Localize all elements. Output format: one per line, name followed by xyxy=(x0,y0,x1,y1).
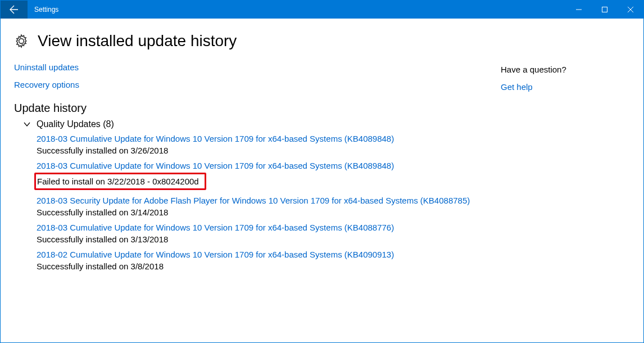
titlebar: Settings xyxy=(1,1,643,19)
update-title-link[interactable]: 2018-02 Cumulative Update for Windows 10… xyxy=(37,250,489,259)
close-button[interactable] xyxy=(618,1,643,19)
recovery-options-link[interactable]: Recovery options xyxy=(14,80,489,89)
window-controls xyxy=(566,1,643,19)
update-title-link[interactable]: 2018-03 Cumulative Update for Windows 10… xyxy=(37,134,489,143)
updates-list: 2018-03 Cumulative Update for Windows 10… xyxy=(37,134,489,271)
update-history-heading: Update history xyxy=(14,102,489,115)
quality-updates-toggle[interactable]: Quality Updates (8) xyxy=(23,119,489,129)
get-help-link[interactable]: Get help xyxy=(501,82,630,92)
help-question: Have a question? xyxy=(501,65,630,74)
update-status: Successfully installed on 3/14/2018 xyxy=(37,207,168,217)
minimize-button[interactable] xyxy=(566,1,592,19)
back-arrow-icon xyxy=(10,5,19,14)
update-title-link[interactable]: 2018-03 Cumulative Update for Windows 10… xyxy=(37,161,489,170)
window-title: Settings xyxy=(28,1,566,19)
update-item: 2018-03 Cumulative Update for Windows 10… xyxy=(37,134,489,155)
maximize-button[interactable] xyxy=(592,1,618,19)
main-content: View installed update history Uninstall … xyxy=(14,32,489,277)
update-status: Successfully installed on 3/13/2018 xyxy=(37,234,168,244)
quality-updates-label: Quality Updates (8) xyxy=(37,119,114,129)
svg-rect-0 xyxy=(602,7,607,12)
update-item: 2018-03 Cumulative Update for Windows 10… xyxy=(37,223,489,244)
help-sidebar: Have a question? Get help xyxy=(501,32,630,277)
close-icon xyxy=(628,7,633,12)
uninstall-updates-link[interactable]: Uninstall updates xyxy=(14,62,489,72)
back-button[interactable] xyxy=(1,1,28,19)
gear-icon xyxy=(14,34,29,48)
update-status: Failed to install on 3/22/2018 - 0x80242… xyxy=(34,173,206,190)
update-status: Successfully installed on 3/8/2018 xyxy=(37,261,164,271)
update-title-link[interactable]: 2018-03 Security Update for Adobe Flash … xyxy=(37,196,489,205)
update-item: 2018-03 Cumulative Update for Windows 10… xyxy=(37,161,489,190)
minimize-icon xyxy=(576,7,582,12)
update-item: 2018-03 Security Update for Adobe Flash … xyxy=(37,196,489,217)
update-status: Successfully installed on 3/26/2018 xyxy=(37,146,168,155)
update-item: 2018-02 Cumulative Update for Windows 10… xyxy=(37,250,489,271)
update-title-link[interactable]: 2018-03 Cumulative Update for Windows 10… xyxy=(37,223,489,232)
page-title: View installed update history xyxy=(38,32,237,50)
chevron-down-icon xyxy=(23,120,31,128)
maximize-icon xyxy=(602,7,607,12)
